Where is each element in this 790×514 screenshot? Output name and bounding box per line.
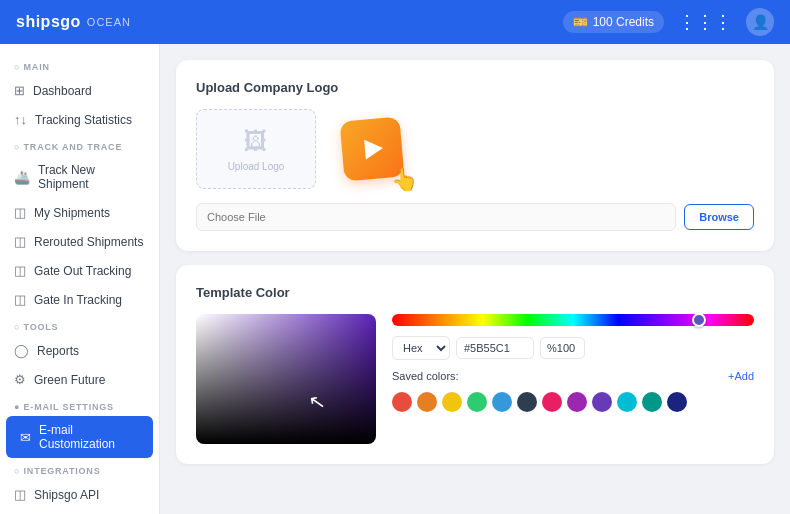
credits-label: 100 Credits [593,15,654,29]
gate-out-icon: ◫ [14,263,26,278]
play-button-container: 👆 [332,109,412,189]
upload-logo-title: Upload Company Logo [196,80,754,95]
email-customization-icon: ✉ [20,430,31,445]
grid-icon[interactable]: ⋮⋮⋮ [678,11,732,33]
add-color-link[interactable]: +Add [728,370,754,382]
sidebar-label-gate-out-tracking: Gate Out Tracking [34,264,131,278]
sidebar-item-live-map[interactable]: ◫ Live Map <iframe> [0,509,159,514]
color-picker-gradient[interactable]: ↖ [196,314,376,444]
sidebar-label-gate-in-tracking: Gate In Tracking [34,293,122,307]
sidebar-item-rerouted-shipments[interactable]: ◫ Rerouted Shipments [0,227,159,256]
track-shipment-icon: 🚢 [14,170,30,185]
color-editor: ↖ Hex RGB HSL [196,314,754,444]
sidebar-item-gate-in-tracking[interactable]: ◫ Gate In Tracking [0,285,159,314]
color-swatch[interactable] [417,392,437,412]
sidebar-label-green-future: Green Future [34,373,105,387]
play-triangle-icon [364,138,384,159]
hex-input[interactable] [456,337,534,359]
sidebar-item-gate-out-tracking[interactable]: ◫ Gate Out Tracking [0,256,159,285]
saved-colors-label: Saved colors: [392,370,459,382]
sidebar-item-email-customization[interactable]: ✉ E-mail Customization [6,416,153,458]
topnav-right: 🎫 100 Credits ⋮⋮⋮ 👤 [563,8,774,36]
dashboard-icon: ⊞ [14,83,25,98]
logo-text: shipsgo [16,13,81,31]
image-placeholder-icon: 🖼 [244,127,268,155]
picker-cursor-icon: ↖ [307,389,328,416]
sidebar-label-email-customization: E-mail Customization [39,423,139,451]
my-shipments-icon: ◫ [14,205,26,220]
color-swatch[interactable] [492,392,512,412]
template-color-title: Template Color [196,285,754,300]
sidebar-label-tracking-statistics: Tracking Statistics [35,113,132,127]
sidebar-label-track-new-shipment: Track New Shipment [38,163,145,191]
sidebar: ○ MAIN ⊞ Dashboard ↑↓ Tracking Statistic… [0,44,160,514]
tracking-statistics-icon: ↑↓ [14,112,27,127]
upload-placeholder-label: Upload Logo [228,161,285,172]
color-swatch[interactable] [667,392,687,412]
section-tools: ○ TOOLS [0,314,159,336]
api-icon: ◫ [14,487,26,502]
color-swatch[interactable] [642,392,662,412]
logo: shipsgo OCEAN [16,13,131,31]
color-swatch[interactable] [517,392,537,412]
layout: ○ MAIN ⊞ Dashboard ↑↓ Tracking Statistic… [0,44,790,514]
sidebar-item-green-future[interactable]: ⚙ Green Future [0,365,159,394]
sidebar-label-my-shipments: My Shipments [34,206,110,220]
section-main: ○ MAIN [0,54,159,76]
main-content: Upload Company Logo 🖼 Upload Logo 👆 Brow… [160,44,790,514]
browse-button[interactable]: Browse [684,204,754,230]
upload-placeholder[interactable]: 🖼 Upload Logo [196,109,316,189]
color-controls: Hex RGB HSL Saved colors: +Add [392,314,754,444]
color-swatch[interactable] [617,392,637,412]
section-track-trace: ○ TRACK AND TRACE [0,134,159,156]
color-swatch[interactable] [592,392,612,412]
sidebar-label-dashboard: Dashboard [33,84,92,98]
reports-icon: ◯ [14,343,29,358]
user-icon: 👤 [752,14,769,30]
sidebar-label-shipsgo-api: Shipsgo API [34,488,99,502]
topnav: shipsgo OCEAN 🎫 100 Credits ⋮⋮⋮ 👤 [0,0,790,44]
cursor-hand-icon: 👆 [391,167,418,193]
hue-slider[interactable] [392,314,754,326]
opacity-input[interactable] [540,337,585,359]
sidebar-item-dashboard[interactable]: ⊞ Dashboard [0,76,159,105]
sidebar-item-my-shipments[interactable]: ◫ My Shipments [0,198,159,227]
section-integrations: ○ INTEGRATIONS [0,458,159,480]
color-format-select[interactable]: Hex RGB HSL [392,336,450,360]
rerouted-icon: ◫ [14,234,26,249]
color-inputs-row: Hex RGB HSL [392,336,754,360]
color-swatch[interactable] [542,392,562,412]
color-swatch[interactable] [442,392,462,412]
color-swatch[interactable] [467,392,487,412]
sidebar-item-track-new-shipment[interactable]: 🚢 Track New Shipment [0,156,159,198]
gate-in-icon: ◫ [14,292,26,307]
saved-colors-row: Saved colors: +Add [392,370,754,382]
color-swatch[interactable] [567,392,587,412]
color-swatch[interactable] [392,392,412,412]
file-input-row: Browse [196,203,754,231]
sidebar-label-rerouted-shipments: Rerouted Shipments [34,235,143,249]
green-future-icon: ⚙ [14,372,26,387]
sidebar-item-reports[interactable]: ◯ Reports [0,336,159,365]
sidebar-item-tracking-statistics[interactable]: ↑↓ Tracking Statistics [0,105,159,134]
credits-icon: 🎫 [573,15,588,29]
upload-area: 🖼 Upload Logo 👆 [196,109,754,189]
upload-logo-card: Upload Company Logo 🖼 Upload Logo 👆 Brow… [176,60,774,251]
sidebar-label-reports: Reports [37,344,79,358]
user-avatar[interactable]: 👤 [746,8,774,36]
credits-badge: 🎫 100 Credits [563,11,664,33]
logo-sub: OCEAN [87,16,131,28]
section-email-settings: ● E-MAIL SETTINGS [0,394,159,416]
sidebar-item-shipsgo-api[interactable]: ◫ Shipsgo API [0,480,159,509]
template-color-card: Template Color ↖ Hex RGB HSL [176,265,774,464]
file-input[interactable] [196,203,676,231]
hue-thumb [692,313,706,327]
color-swatches [392,392,754,412]
